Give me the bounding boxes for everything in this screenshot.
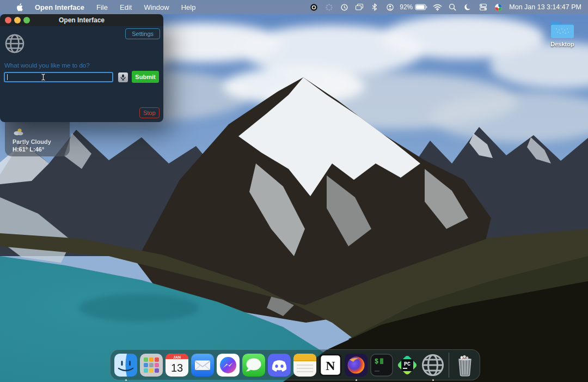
ibeam-cursor bbox=[40, 73, 46, 81]
weather-condition: Partly Cloudy bbox=[13, 138, 51, 145]
dock-open-interface-globe-icon[interactable] bbox=[421, 353, 445, 377]
time-machine-icon[interactable] bbox=[339, 2, 350, 13]
dock-finder-icon[interactable] bbox=[114, 353, 138, 377]
svg-text:JAN: JAN bbox=[173, 355, 181, 359]
menu-edit[interactable]: Edit bbox=[114, 0, 138, 14]
menu-bar: Open Interface File Edit Window Help bbox=[0, 0, 588, 14]
user-circle-icon[interactable] bbox=[384, 2, 395, 13]
apple-logo-icon bbox=[16, 3, 23, 11]
command-input[interactable] bbox=[4, 72, 113, 82]
dock-firefox-icon[interactable] bbox=[344, 353, 368, 377]
svg-text:PC: PC bbox=[404, 361, 411, 367]
dock-trash-icon[interactable] bbox=[453, 353, 477, 377]
dock-terminal-icon[interactable]: $ bbox=[370, 353, 394, 377]
minimize-button[interactable] bbox=[14, 17, 21, 23]
dock-messages-icon[interactable] bbox=[242, 353, 266, 377]
window-body: Settings What would you like me to do? S… bbox=[0, 26, 163, 122]
battery-status[interactable]: 92% bbox=[400, 3, 427, 11]
zoom-button[interactable] bbox=[23, 17, 30, 23]
dock-notion-icon[interactable]: N bbox=[318, 353, 342, 377]
bluetooth-icon[interactable] bbox=[369, 2, 380, 13]
screen-record-icon[interactable] bbox=[308, 2, 319, 13]
dock-pycharm-icon[interactable]: PC bbox=[395, 353, 419, 377]
desktop-folder-label: Desktop bbox=[546, 41, 579, 47]
weather-high-low: H:61° L:46° bbox=[13, 146, 44, 153]
wifi-icon[interactable] bbox=[432, 2, 443, 13]
dock-discord-icon[interactable] bbox=[267, 353, 291, 377]
microphone-button[interactable] bbox=[118, 72, 128, 82]
svg-text:$: $ bbox=[375, 358, 378, 366]
firefox-running-dot bbox=[356, 379, 357, 381]
dock-messenger-icon[interactable] bbox=[216, 353, 240, 377]
window-titlebar[interactable]: Open Interface bbox=[0, 14, 163, 26]
moon-icon[interactable] bbox=[462, 2, 473, 13]
prompt-label: What would you like me to do? bbox=[4, 62, 90, 69]
dock-notes-icon[interactable] bbox=[293, 353, 317, 377]
settings-button[interactable]: Settings bbox=[125, 28, 160, 39]
dock-launchpad-icon[interactable] bbox=[139, 353, 163, 377]
battery-percent-label: 92% bbox=[400, 3, 413, 11]
dock: JAN 13 bbox=[110, 349, 480, 380]
blue-folder-icon bbox=[550, 20, 575, 40]
desktop-folder[interactable]: Desktop bbox=[546, 20, 579, 47]
dock-calendar-icon[interactable]: JAN 13 bbox=[165, 353, 189, 377]
menu-help[interactable]: Help bbox=[175, 0, 202, 14]
open-interface-window: Open Interface Settings What would you l… bbox=[0, 14, 163, 122]
microphone-icon bbox=[120, 74, 126, 81]
stop-button[interactable]: Stop bbox=[139, 107, 160, 118]
menu-file[interactable]: File bbox=[90, 0, 114, 14]
partly-cloudy-icon bbox=[13, 128, 24, 136]
displays-icon[interactable] bbox=[354, 2, 365, 13]
spinner-faded-icon[interactable] bbox=[323, 2, 334, 13]
dock-divider bbox=[449, 353, 449, 378]
svg-text:13: 13 bbox=[171, 362, 183, 374]
text-caret bbox=[7, 74, 8, 80]
menubar-clock[interactable]: Mon Jan 13 3:14:47 PM bbox=[508, 3, 581, 11]
battery-icon bbox=[415, 4, 427, 10]
submit-button[interactable]: Submit bbox=[132, 71, 159, 83]
search-icon[interactable] bbox=[447, 2, 458, 13]
menu-window[interactable]: Window bbox=[138, 0, 175, 14]
close-button[interactable] bbox=[5, 17, 11, 23]
svg-text:N: N bbox=[326, 359, 335, 373]
apple-menu[interactable] bbox=[10, 0, 29, 14]
open-interface-running-dot bbox=[432, 379, 434, 381]
color-wheel-icon[interactable] bbox=[493, 2, 504, 13]
menu-app-name[interactable]: Open Interface bbox=[29, 0, 90, 14]
toggles-icon[interactable] bbox=[477, 2, 488, 13]
globe-icon bbox=[4, 33, 25, 54]
finder-running-dot bbox=[125, 379, 127, 381]
desktop-screen: Open Interface File Edit Window Help bbox=[0, 0, 588, 382]
dock-mail-icon[interactable] bbox=[191, 353, 215, 377]
